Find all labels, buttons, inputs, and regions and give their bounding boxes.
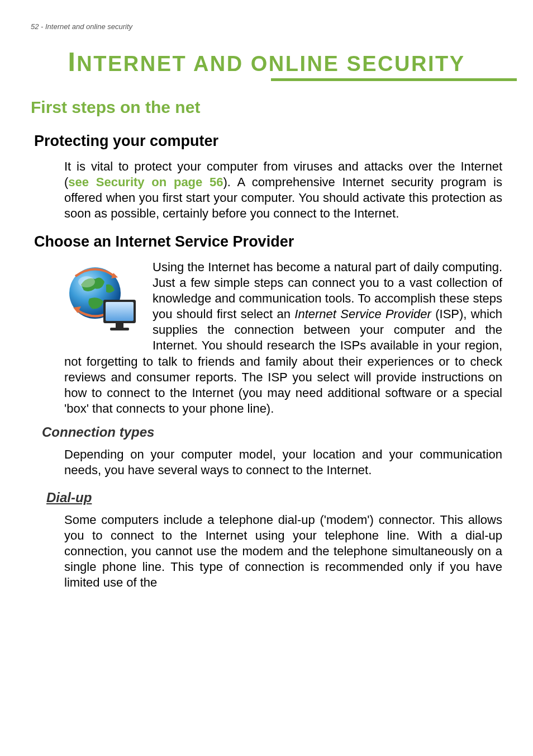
isp-block: Using the Internet has become a natural … [64,259,502,417]
protecting-paragraph: It is vital to protect your computer fro… [64,159,502,222]
svg-rect-6 [116,323,123,328]
title-underline [271,78,517,81]
svg-rect-7 [110,328,129,330]
section-isp: Choose an Internet Service Provider [34,233,502,251]
svg-point-1 [78,276,95,287]
section-dialup: Dial-up [46,490,502,505]
dialup-paragraph: Some computers include a telephone dial-… [64,512,502,591]
section-protecting: Protecting your computer [34,133,502,150]
security-link[interactable]: see Security on page 56 [68,175,223,189]
section-first-steps: First steps on the net [31,98,502,117]
globe-svg [64,259,142,338]
main-title-text: NTERNET AND ONLINE SECURITY [77,52,465,75]
section-connection-types: Connection types [42,424,502,440]
isp-italic-term: Internet Service Provider [294,307,431,321]
globe-monitor-icon [64,259,142,338]
connection-types-paragraph: Depending on your computer model, your l… [64,447,502,478]
page-header: 52 - Internet and online security [31,22,502,31]
svg-rect-5 [106,302,134,321]
main-title: INTERNET AND ONLINE SECURITY [31,46,502,77]
main-title-cap: I [68,47,77,77]
